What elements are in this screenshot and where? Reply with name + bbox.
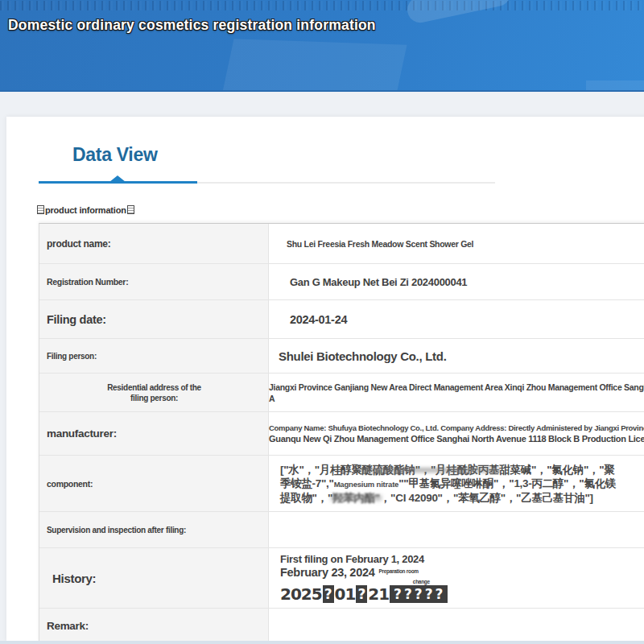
row-label: Supervision and inspection after filing: bbox=[39, 512, 269, 547]
table-row-history: History: First filing on February 1, 202… bbox=[39, 548, 644, 609]
page-title: Domestic ordinary cosmetics registration… bbox=[8, 17, 376, 34]
table-row-component: component: ["水"，"月桂醇聚醚硫酸酯钠"，"月桂酰胺丙基甜菜碱"，… bbox=[39, 456, 644, 512]
tab-data-view[interactable]: Data View bbox=[72, 144, 158, 166]
filing-person-value: Shulei Biotechnology Co., Ltd. bbox=[279, 349, 447, 363]
page-banner: Domestic ordinary cosmetics registration… bbox=[0, 0, 644, 92]
supervision-value bbox=[269, 512, 644, 547]
registration-info-table: product name: Shu Lei Freesia Fresh Mead… bbox=[39, 223, 644, 641]
table-row-remark: Remark: bbox=[39, 609, 644, 641]
component-value: ["水"，"月桂醇聚醚硫酸酯钠"，"月桂酰胺丙基甜菜碱"，"氯化钠"，"聚 季铵… bbox=[269, 456, 644, 511]
missing-glyph-box-icon: ????? bbox=[390, 585, 448, 603]
row-label: Filing person: bbox=[39, 339, 269, 373]
page-bottom-strip bbox=[0, 641, 644, 644]
banner-decoration-tile bbox=[586, 80, 644, 92]
residential-address-value: Jiangxi Province Ganjiang New Area Direc… bbox=[269, 374, 644, 411]
missing-glyph-bracket-icon bbox=[127, 205, 134, 214]
banner-decoration-blob bbox=[405, 0, 513, 25]
table-row-residential-address: Residential address of the filing person… bbox=[39, 374, 644, 412]
row-label: History: bbox=[39, 548, 269, 608]
row-label: product name: bbox=[39, 224, 269, 263]
banner-top-artifact bbox=[0, 1, 644, 10]
table-row-product-name: product name: Shu Lei Freesia Fresh Mead… bbox=[39, 224, 644, 264]
content-card: Data View product information product na… bbox=[6, 117, 644, 641]
missing-glyph-bracket-icon bbox=[37, 205, 44, 214]
row-label: component: bbox=[39, 456, 269, 511]
history-overlay-notes: Preparation room change bbox=[378, 566, 418, 584]
row-label: Remark: bbox=[39, 609, 269, 641]
table-row-filing-date: Filing date: 2024-01-24 bbox=[39, 300, 644, 339]
table-row-manufacturer: manufacturer: Company Name: Shufuya Biot… bbox=[39, 412, 644, 456]
section-heading-text: product information bbox=[45, 205, 126, 215]
row-label: manufacturer: bbox=[39, 412, 269, 455]
registration-number-value: Gan G Makeup Net Bei Zi 2024000041 bbox=[290, 276, 467, 288]
history-date-with-missing-glyphs: 2025?01?21????? bbox=[280, 585, 448, 604]
row-label: Registration Number: bbox=[39, 264, 269, 299]
row-label: Filing date: bbox=[39, 300, 269, 338]
banner-decoration-polygon bbox=[220, 39, 407, 92]
product-name-value: Shu Lei Freesia Fresh Meadow Scent Showe… bbox=[287, 239, 473, 249]
manufacturer-value: Company Name: Shufuya Biotechnology Co.,… bbox=[269, 412, 644, 455]
tab-active-triangle-icon bbox=[109, 175, 126, 182]
missing-glyph-box-icon: ? bbox=[356, 585, 367, 603]
table-row-filing-person: Filing person: Shulei Biotechnology Co.,… bbox=[39, 339, 644, 374]
latin-ingredient-overlay: Magnesium nitrate bbox=[334, 480, 399, 489]
remark-value bbox=[269, 609, 644, 641]
table-row-registration-number: Registration Number: Gan G Makeup Net Be… bbox=[39, 264, 644, 300]
section-heading: product information bbox=[36, 205, 135, 215]
table-row-supervision: Supervision and inspection after filing: bbox=[39, 512, 644, 548]
blurred-ingredient: 羟苯内酯" bbox=[332, 492, 380, 504]
tab-underline bbox=[39, 182, 495, 184]
filing-date-value: 2024-01-24 bbox=[290, 313, 347, 326]
missing-glyph-box-icon: ? bbox=[323, 585, 334, 603]
history-value: First filing on February 1, 2024 Februar… bbox=[269, 548, 644, 608]
row-label: Residential address of the filing person… bbox=[39, 374, 269, 411]
